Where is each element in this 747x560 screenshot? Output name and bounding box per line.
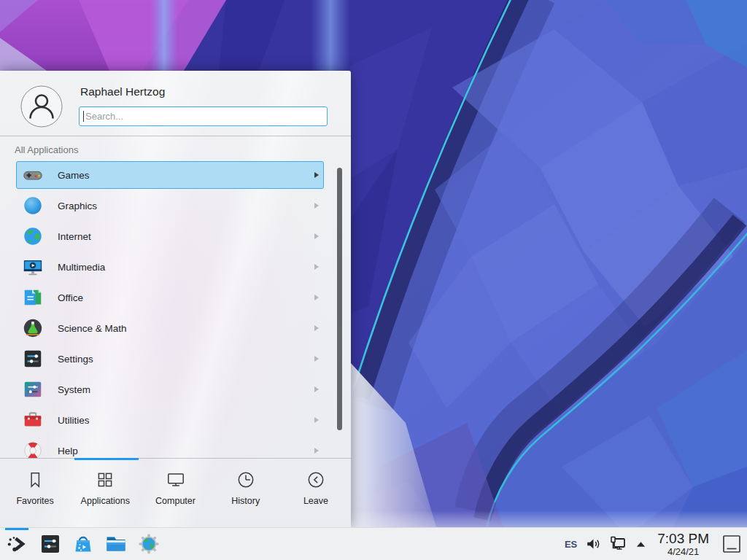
category-science-math[interactable]: Science & Math xyxy=(16,314,324,342)
tab-label: Leave xyxy=(303,496,328,506)
volume-icon[interactable] xyxy=(585,536,601,552)
category-internet[interactable]: Internet xyxy=(16,222,324,250)
system-tray: ES 7:03 PM 4/24/21 xyxy=(565,532,747,556)
category-label: Office xyxy=(58,292,83,303)
chevron-right-icon xyxy=(314,448,319,454)
desktop: Raphael Hertzog All Applications Games G… xyxy=(0,0,747,560)
application-launcher-menu: Raphael Hertzog All Applications Games G… xyxy=(0,71,351,527)
text-caret xyxy=(83,111,84,122)
category-label: Help xyxy=(58,446,78,456)
leave-circle-icon xyxy=(306,470,326,490)
category-label: Utilities xyxy=(58,415,90,426)
clock-icon xyxy=(236,470,256,490)
clock-date: 4/24/21 xyxy=(667,547,699,556)
gamepad-icon xyxy=(22,164,44,186)
network-icon[interactable] xyxy=(609,535,628,553)
chevron-right-icon xyxy=(314,295,319,300)
chevron-right-icon xyxy=(314,233,319,239)
category-utilities[interactable]: Utilities xyxy=(16,406,324,434)
monitor-icon xyxy=(166,470,186,490)
category-office[interactable]: Office xyxy=(16,284,324,311)
launcher-active-indicator xyxy=(5,528,28,530)
launcher-footer: Favorites Applications Computer xyxy=(0,458,351,527)
kickoff-icon xyxy=(6,532,29,556)
system-settings-button[interactable] xyxy=(39,532,62,556)
expand-tray-arrow-icon[interactable] xyxy=(636,540,646,548)
search-input[interactable] xyxy=(80,107,327,125)
sliders-icon xyxy=(22,348,44,370)
search-field[interactable] xyxy=(79,106,328,126)
chevron-right-icon xyxy=(314,325,319,331)
category-label: Settings xyxy=(58,354,93,365)
web-browser-button[interactable] xyxy=(137,532,160,556)
tab-favorites[interactable]: Favorites xyxy=(0,459,70,527)
tab-computer[interactable]: Computer xyxy=(140,459,210,527)
footer-tab-bar: Favorites Applications Computer xyxy=(0,459,351,527)
chevron-right-icon xyxy=(314,356,319,362)
tab-label: History xyxy=(231,496,260,506)
category-games[interactable]: Games xyxy=(16,161,324,189)
folder-icon xyxy=(104,532,128,556)
documents-icon xyxy=(22,287,44,308)
tab-applications[interactable]: Applications xyxy=(70,459,140,527)
tab-history[interactable]: History xyxy=(211,459,281,527)
category-label: System xyxy=(58,384,90,395)
chevron-right-icon xyxy=(314,172,319,178)
globe-icon xyxy=(22,225,44,247)
category-label: Science & Math xyxy=(58,323,127,334)
category-label: Games xyxy=(58,170,90,181)
category-system[interactable]: System xyxy=(16,376,324,403)
bookmark-icon xyxy=(25,470,45,490)
file-manager-button[interactable] xyxy=(104,532,128,556)
category-label: Multimedia xyxy=(58,262,105,273)
list-scrollbar[interactable] xyxy=(337,168,342,430)
category-help[interactable]: Help xyxy=(16,437,324,458)
chevron-right-icon xyxy=(314,417,319,423)
media-screen-icon xyxy=(22,256,44,278)
paint-sphere-icon xyxy=(22,195,44,217)
category-label: Graphics xyxy=(58,201,97,211)
settings-sliders-icon xyxy=(39,532,62,556)
keyboard-layout-indicator[interactable]: ES xyxy=(565,539,577,550)
active-tab-indicator xyxy=(74,458,139,460)
toolbox-icon xyxy=(22,409,44,431)
tab-label: Favorites xyxy=(16,496,53,506)
chevron-right-icon xyxy=(314,386,319,392)
category-multimedia[interactable]: Multimedia xyxy=(16,253,324,281)
lifebuoy-icon xyxy=(22,440,44,458)
tab-label: Applications xyxy=(81,496,130,506)
discover-button[interactable] xyxy=(71,532,95,556)
launcher-header: Raphael Hertzog xyxy=(0,71,351,136)
globe-gear-icon xyxy=(137,532,160,556)
category-graphics[interactable]: Graphics xyxy=(16,192,324,219)
app-grid-icon xyxy=(95,470,115,490)
shopping-bag-icon xyxy=(71,532,95,556)
flask-icon xyxy=(22,317,44,339)
digital-clock[interactable]: 7:03 PM 4/24/21 xyxy=(657,532,709,556)
section-header: All Applications xyxy=(15,144,78,155)
user-avatar[interactable] xyxy=(20,85,63,128)
tab-leave[interactable]: Leave xyxy=(281,459,351,527)
taskbar-panel: ES 7:03 PM 4/24/21 xyxy=(0,527,747,560)
application-launcher-button[interactable] xyxy=(6,532,29,556)
category-list: Games Graphics Internet xyxy=(0,161,351,458)
chevron-right-icon xyxy=(314,203,319,209)
taskbar-app-icons xyxy=(0,532,160,556)
tab-label: Computer xyxy=(155,496,196,506)
user-name: Raphael Hertzog xyxy=(80,85,165,98)
category-label: Internet xyxy=(58,231,91,242)
system-sliders-icon xyxy=(22,378,44,400)
category-settings[interactable]: Settings xyxy=(16,345,324,373)
chevron-right-icon xyxy=(314,264,319,270)
clock-time: 7:03 PM xyxy=(657,532,709,545)
show-desktop-button[interactable] xyxy=(722,534,741,553)
